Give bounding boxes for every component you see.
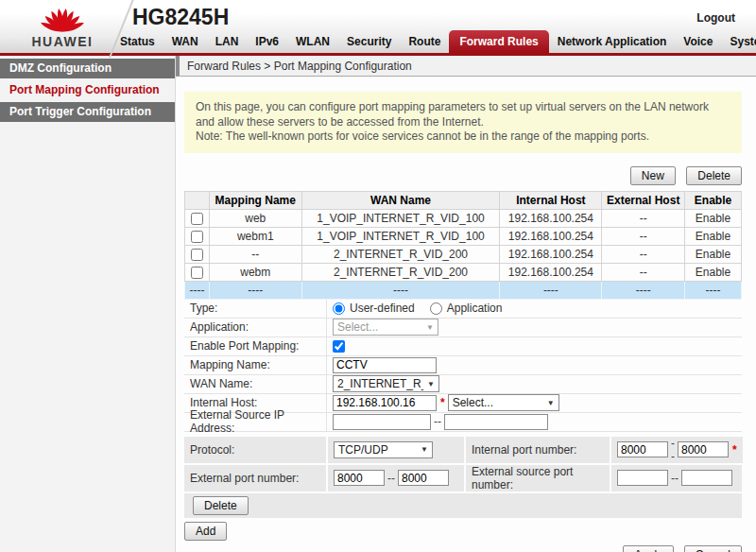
- tab-lan[interactable]: LAN: [207, 30, 248, 53]
- enable-label: Enable Port Mapping:: [184, 337, 326, 355]
- port-rule-row-1: Protocol: TCP/UDP ▼ Internal port number…: [184, 437, 742, 463]
- wan-name-select[interactable]: 2_INTERNET_R_VID_200 ▼: [333, 375, 439, 392]
- header-internal-host: Internal Host: [500, 191, 602, 209]
- chevron-down-icon: ▼: [427, 380, 435, 388]
- tab-route[interactable]: Route: [400, 30, 449, 53]
- port-rule-row-2: External port number: -- External source…: [184, 465, 742, 492]
- external-source-ip-label: External Source IP Address:: [184, 413, 326, 431]
- table-row-selected[interactable]: ------------------------: [185, 281, 742, 299]
- tab-wan[interactable]: WAN: [163, 30, 207, 53]
- range-separator: --: [387, 472, 395, 485]
- internal-port-to-input[interactable]: [678, 441, 729, 457]
- logout-link[interactable]: Logout: [696, 11, 735, 25]
- mapping-name-input[interactable]: [333, 357, 437, 373]
- type-application-label: Application: [447, 302, 503, 315]
- brand-text: HUAWEI: [15, 34, 110, 49]
- tab-ipv6[interactable]: IPv6: [247, 30, 287, 53]
- internal-port-label: Internal port number:: [466, 437, 610, 463]
- mapping-name-label: Mapping Name:: [184, 356, 326, 374]
- info-box: On this page, you can configure port map…: [184, 92, 742, 153]
- application-label: Application:: [184, 319, 326, 336]
- table-row: web1_VOIP_INTERNET_R_VID_100192.168.100.…: [185, 209, 742, 227]
- type-user-defined-radio[interactable]: [333, 302, 345, 315]
- range-separator: --: [434, 415, 441, 428]
- required-asterisk: *: [732, 443, 737, 457]
- protocol-select[interactable]: TCP/UDP ▼: [334, 441, 433, 458]
- external-source-port-from-input[interactable]: [617, 470, 668, 486]
- header-mapping-name: Mapping Name: [209, 191, 301, 209]
- header-select: [185, 191, 210, 209]
- content: Forward Rules > Port Mapping Configurati…: [175, 56, 756, 552]
- sidebar: DMZ ConfigurationPort Mapping Configurat…: [0, 56, 175, 552]
- row-select-checkbox[interactable]: [191, 231, 203, 243]
- form-actions: Apply Cancel: [184, 545, 742, 552]
- breadcrumb: Forward Rules > Port Mapping Configurati…: [176, 56, 756, 77]
- sidebar-item-port-trigger-configuration[interactable]: Port Trigger Configuration: [0, 102, 175, 122]
- external-port-from-input[interactable]: [334, 470, 385, 486]
- add-row: Add: [184, 522, 747, 541]
- chevron-down-icon: ▼: [547, 399, 555, 407]
- tab-security[interactable]: Security: [338, 30, 400, 53]
- info-line-2: Note: The well-known ports for voice ser…: [196, 129, 730, 145]
- nav-tabs: StatusWANLANIPv6WLANSecurityRouteForward…: [112, 30, 756, 53]
- chevron-down-icon: ▼: [426, 323, 434, 332]
- external-port-to-input[interactable]: [398, 470, 449, 486]
- required-asterisk: *: [440, 396, 445, 409]
- table-row: --2_INTERNET_R_VID_200192.168.100.254--E…: [185, 245, 742, 263]
- header-external-host: External Host: [602, 191, 685, 209]
- sidebar-item-port-mapping-configuration[interactable]: Port Mapping Configuration: [0, 80, 175, 100]
- port-rule-delete-row: Delete: [184, 493, 742, 518]
- info-line-1: On this page, you can configure port map…: [196, 100, 730, 129]
- add-button[interactable]: Add: [184, 522, 227, 541]
- range-separator: --: [671, 472, 679, 485]
- table-actions: New Delete: [184, 166, 742, 185]
- delete-rows-button[interactable]: Delete: [686, 166, 742, 185]
- enable-port-mapping-checkbox[interactable]: [333, 340, 345, 353]
- application-select[interactable]: Select... ▼: [333, 319, 438, 336]
- huawei-flower-icon: [36, 2, 89, 36]
- row-select-checkbox[interactable]: [191, 213, 203, 225]
- internal-port-from-input[interactable]: [617, 441, 668, 457]
- external-source-ip-from-input[interactable]: [333, 414, 431, 430]
- type-application-radio[interactable]: [430, 302, 442, 315]
- type-label: Type:: [184, 300, 326, 318]
- port-mapping-table: Mapping Name WAN Name Internal Host Exte…: [184, 191, 742, 300]
- tab-voice[interactable]: Voice: [675, 30, 721, 53]
- table-row: webm11_VOIP_INTERNET_R_VID_100192.168.10…: [185, 227, 742, 245]
- mapping-form: Type: User-defined Application Applicati…: [184, 300, 742, 432]
- sidebar-item-dmz-configuration[interactable]: DMZ Configuration: [0, 59, 175, 78]
- form-row-type: Type: User-defined Application: [184, 300, 742, 319]
- external-source-port-to-input[interactable]: [681, 470, 732, 486]
- row-select-checkbox[interactable]: [191, 249, 203, 261]
- form-row-enable: Enable Port Mapping:: [184, 337, 742, 356]
- huawei-logo: HUAWEI: [15, 2, 110, 49]
- range-separator: --: [671, 437, 675, 463]
- form-row-external-source-ip: External Source IP Address: --: [184, 413, 742, 432]
- port-rule-section: Protocol: TCP/UDP ▼ Internal port number…: [184, 437, 742, 518]
- table-header: Mapping Name WAN Name Internal Host Exte…: [185, 191, 742, 209]
- tab-status[interactable]: Status: [112, 30, 163, 53]
- row-select-checkbox[interactable]: [191, 267, 203, 279]
- external-source-port-label: External source port number:: [466, 465, 610, 492]
- tab-forward-rules[interactable]: Forward Rules: [449, 30, 548, 53]
- form-row-application: Application: Select... ▼: [184, 319, 742, 337]
- page-title: HG8245H: [132, 5, 229, 30]
- apply-button[interactable]: Apply: [623, 545, 674, 552]
- header-wan-name: WAN Name: [301, 191, 500, 209]
- internal-host-input[interactable]: [333, 395, 437, 411]
- type-user-defined-label: User-defined: [350, 302, 415, 315]
- mapping-table-body: web1_VOIP_INTERNET_R_VID_100192.168.100.…: [185, 209, 742, 299]
- header-enable: Enable: [685, 191, 742, 209]
- internal-host-select[interactable]: Select... ▼: [448, 394, 559, 411]
- delete-rule-button[interactable]: Delete: [193, 496, 249, 515]
- new-button[interactable]: New: [630, 166, 676, 185]
- external-source-ip-to-input[interactable]: [444, 414, 548, 430]
- tab-system-tools[interactable]: System Tools: [721, 30, 756, 53]
- wan-name-label: WAN Name:: [184, 375, 326, 393]
- tab-network-application[interactable]: Network Application: [549, 30, 676, 53]
- cancel-button[interactable]: Cancel: [684, 545, 742, 552]
- external-port-label: External port number:: [184, 465, 326, 492]
- tab-wlan[interactable]: WLAN: [287, 30, 338, 53]
- table-row: webm2_INTERNET_R_VID_200192.168.100.254-…: [185, 263, 742, 281]
- header: HUAWEI HG8245H Logout StatusWANLANIPv6WL…: [0, 0, 756, 53]
